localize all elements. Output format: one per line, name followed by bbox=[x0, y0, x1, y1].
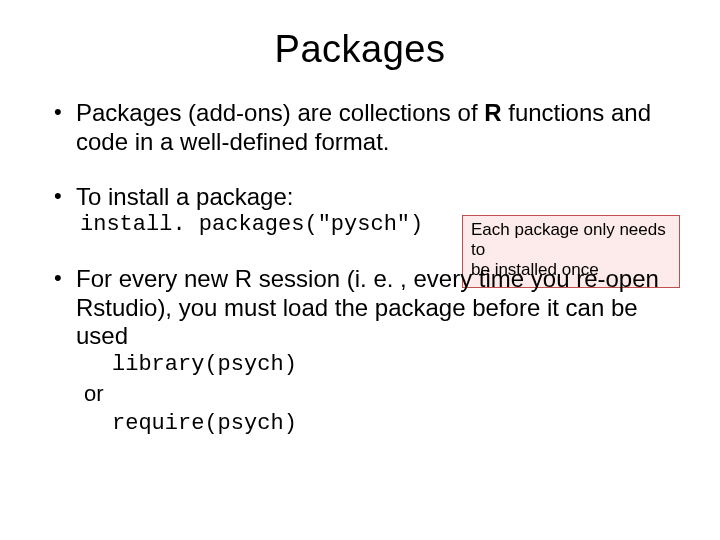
note-line-1: Each package only needs to bbox=[471, 220, 671, 261]
bullet-1: Packages (add-ons) are collections of R … bbox=[48, 99, 680, 157]
slide-title: Packages bbox=[40, 28, 680, 71]
bullet-1-bold: R bbox=[484, 99, 501, 126]
library-code: library(psych) bbox=[76, 351, 680, 379]
bullet-3: For every new R session (i. e. , every t… bbox=[48, 265, 680, 437]
bullet-2-text: To install a package: bbox=[76, 183, 293, 210]
bullet-2: To install a package: install. packages(… bbox=[48, 183, 680, 239]
or-text: or bbox=[76, 381, 104, 406]
bullet-3-text: For every new R session (i. e. , every t… bbox=[76, 265, 659, 350]
require-code: require(psych) bbox=[76, 410, 680, 438]
bullet-1-text-a: Packages (add-ons) are collections of bbox=[76, 99, 484, 126]
bullet-list: Packages (add-ons) are collections of R … bbox=[40, 99, 680, 437]
